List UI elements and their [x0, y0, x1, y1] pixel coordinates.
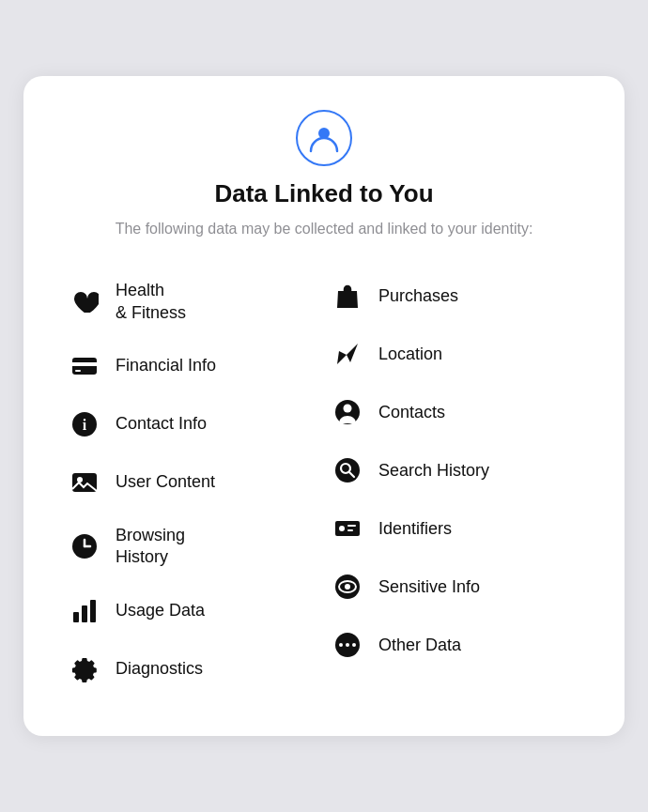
svg-point-21	[339, 526, 345, 531]
items-grid: Health & Fitness Financial Info i Contac…	[61, 267, 587, 698]
heart-icon	[69, 286, 100, 318]
left-column: Health & Fitness Financial Info i Contac…	[61, 267, 324, 698]
idcard-icon	[332, 513, 363, 544]
item-label-location: Location	[378, 344, 442, 365]
creditcard-icon	[69, 350, 100, 382]
svg-rect-13	[90, 600, 96, 622]
page-subtitle: The following data may be collected and …	[61, 218, 587, 240]
item-label-contact-info: Contact Info	[116, 413, 207, 435]
item-label-browsing-history: Browsing History	[116, 525, 185, 569]
svg-point-7	[77, 477, 83, 483]
location-icon	[332, 338, 363, 370]
item-other-data: Other Data	[324, 616, 587, 674]
item-health-fitness: Health & Fitness	[61, 267, 324, 337]
svg-point-16	[344, 405, 352, 413]
svg-rect-20	[335, 521, 360, 536]
svg-rect-11	[73, 612, 79, 622]
person-icon	[332, 396, 363, 428]
item-sensitive-info: Sensitive Info	[324, 558, 587, 616]
item-diagnostics: Diagnostics	[61, 640, 324, 698]
svg-text:i: i	[83, 417, 87, 433]
svg-point-26	[345, 584, 350, 590]
bag-icon	[332, 280, 363, 312]
gear-icon	[69, 653, 100, 685]
item-label-other-data: Other Data	[378, 635, 461, 656]
svg-point-30	[352, 643, 356, 647]
item-label-financial-info: Financial Info	[116, 355, 216, 376]
item-search-history: Search History	[324, 441, 587, 499]
image-icon	[69, 467, 100, 498]
user-icon	[307, 121, 341, 155]
eye-icon	[332, 571, 363, 603]
item-label-health-fitness: Health & Fitness	[116, 280, 186, 324]
item-identifiers: Identifiers	[324, 499, 587, 558]
item-label-sensitive-info: Sensitive Info	[378, 576, 480, 598]
item-label-usage-data: Usage Data	[116, 600, 205, 621]
dots-icon	[332, 629, 363, 661]
svg-point-17	[335, 458, 360, 483]
svg-rect-22	[347, 525, 356, 527]
item-user-content: User Content	[61, 453, 324, 512]
item-purchases: Purchases	[324, 267, 587, 325]
card-header: Data Linked to You The following data ma…	[61, 110, 587, 240]
user-icon-circle	[296, 110, 352, 166]
item-financial-info: Financial Info	[61, 337, 324, 395]
clock-icon	[69, 530, 100, 562]
item-contact-info: i Contact Info	[61, 395, 324, 453]
item-contacts: Contacts	[324, 383, 587, 441]
svg-rect-12	[82, 605, 87, 622]
svg-point-29	[346, 643, 349, 647]
item-label-contacts: Contacts	[378, 402, 445, 423]
svg-rect-2	[72, 362, 97, 366]
item-label-user-content: User Content	[116, 471, 215, 493]
barchart-icon	[69, 595, 100, 627]
page-title: Data Linked to You	[61, 179, 587, 208]
svg-point-28	[339, 643, 343, 647]
svg-marker-14	[337, 344, 358, 364]
item-usage-data: Usage Data	[61, 582, 324, 640]
svg-rect-3	[75, 370, 81, 372]
search-icon	[332, 454, 363, 486]
item-label-diagnostics: Diagnostics	[116, 658, 203, 680]
item-location: Location	[324, 325, 587, 383]
item-label-identifiers: Identifiers	[378, 518, 452, 540]
svg-rect-23	[347, 529, 353, 531]
data-linked-card: Data Linked to You The following data ma…	[23, 76, 625, 736]
item-label-purchases: Purchases	[378, 285, 458, 307]
info-icon: i	[69, 408, 100, 440]
item-browsing-history: Browsing History	[61, 512, 324, 582]
right-column: Purchases Location Contacts Search Histo…	[324, 267, 587, 698]
item-label-search-history: Search History	[378, 460, 489, 482]
